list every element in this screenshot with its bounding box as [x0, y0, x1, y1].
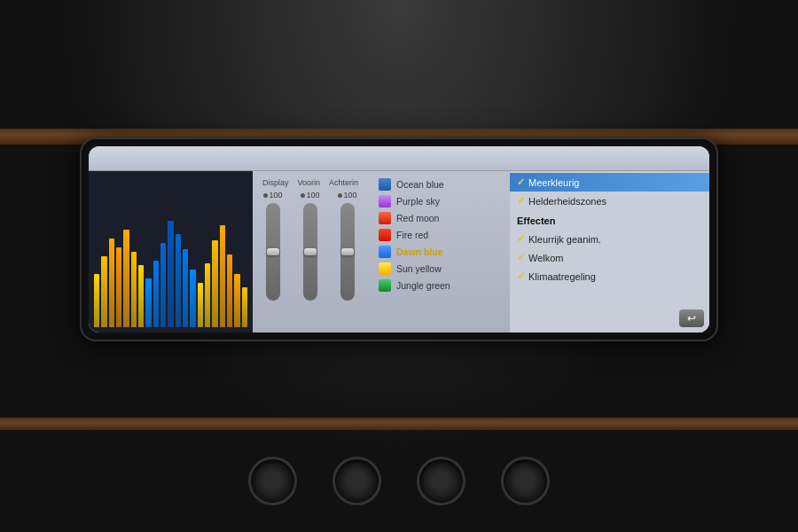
color-option-purple-sky[interactable]: Purple sky — [375, 193, 503, 209]
inst-item-helderheidszones[interactable]: ✓ Helderheidszones — [510, 192, 709, 210]
inst-label-4: Welkom — [528, 253, 564, 263]
slider-value-voorin: 100 — [301, 191, 319, 200]
checkmark-icon: ✓ — [517, 252, 525, 263]
checkmark-icon: ✓ — [517, 270, 525, 282]
inst-item-kleurrijk-geanim.[interactable]: ✓ Kleurrijk geanim. — [510, 230, 709, 248]
main-content: Display Voorin Achterin 100 — [89, 171, 709, 332]
slider-track-achterin[interactable] — [340, 203, 355, 301]
eq-bar-6 — [138, 265, 144, 327]
eq-bar-3 — [116, 247, 121, 327]
color-option-jungle-green[interactable]: Jungle green — [375, 278, 503, 293]
color-option-ocean-blue[interactable]: Ocean blue — [375, 176, 503, 192]
eq-bars — [94, 175, 247, 329]
wood-trim-bottom — [0, 418, 798, 430]
slider-value-achterin: 100 — [338, 191, 356, 200]
eq-bar-11 — [176, 234, 181, 327]
slider-col-achterin: 100 — [338, 191, 356, 301]
slider-thumb-voorin[interactable] — [304, 248, 317, 255]
color-swatch-5 — [379, 262, 391, 275]
slider-col-voorin: 100 — [301, 191, 319, 301]
vent-right — [501, 457, 550, 505]
eq-bar-5 — [131, 252, 137, 327]
slider-track-voorin[interactable] — [303, 203, 317, 301]
vent-center-right — [417, 457, 466, 505]
header-row — [89, 146, 709, 171]
eq-bar-8 — [153, 261, 159, 327]
inst-item-effecten[interactable]: Effecten — [510, 210, 709, 230]
screen: Display Voorin Achterin 100 — [89, 146, 709, 332]
inst-label-1: Helderheidszones — [528, 196, 606, 207]
eq-bar-10 — [168, 221, 173, 327]
eq-bar-4 — [123, 230, 129, 327]
inst-label-0: Meerkleurig — [528, 177, 579, 188]
color-name-3: Fire red — [396, 230, 428, 240]
checkmark-icon: ✓ — [517, 195, 525, 207]
slider-labels: Display Voorin Achterin — [258, 178, 363, 187]
color-name-6: Jungle green — [396, 280, 450, 291]
slider-thumb-achterin[interactable] — [341, 248, 354, 255]
color-swatch-0 — [379, 178, 391, 191]
slider-label-display: Display — [262, 178, 289, 187]
inst-label-2: Effecten — [517, 215, 555, 226]
eq-bar-7 — [145, 278, 151, 327]
color-option-fire-red[interactable]: Fire red — [375, 227, 503, 243]
kleur-section: Ocean bluePurple skyRed moonFire redDawn… — [368, 171, 510, 332]
vents-area — [248, 457, 550, 505]
slider-track-display[interactable] — [266, 203, 280, 301]
color-name-4: Dawn blue — [396, 246, 443, 257]
inst-label-3: Kleurrijk geanim. — [528, 234, 601, 245]
eq-bar-1 — [101, 256, 106, 327]
color-swatch-3 — [379, 229, 391, 241]
color-name-2: Red moon — [396, 213, 439, 223]
slider-label-achterin: Achterin — [329, 178, 358, 187]
slider-thumb-display[interactable] — [267, 248, 279, 255]
eq-bar-16 — [212, 240, 217, 327]
color-name-5: Sun yellow — [396, 263, 442, 274]
sliders-section: Display Voorin Achterin 100 — [253, 171, 368, 332]
eq-bar-12 — [183, 249, 188, 327]
vent-left — [248, 457, 297, 505]
eq-bar-18 — [227, 254, 232, 327]
color-option-red-moon[interactable]: Red moon — [375, 210, 503, 226]
instellingen-section: ✓ Meerkleurig✓ HelderheidszonesEffecten✓… — [510, 171, 709, 332]
eq-bar-0 — [94, 274, 99, 327]
inst-label-5: Klimaatregeling — [528, 271, 596, 282]
screen-bezel: Display Voorin Achterin 100 — [80, 137, 718, 341]
equalizer-section — [89, 171, 253, 332]
inst-item-meerkleurig[interactable]: ✓ Meerkleurig — [510, 173, 709, 192]
color-swatch-4 — [379, 246, 391, 258]
color-option-sun-yellow[interactable]: Sun yellow — [375, 261, 503, 277]
checkmark-icon: ✓ — [517, 233, 525, 245]
eq-bar-13 — [190, 270, 195, 327]
color-swatch-2 — [379, 212, 391, 224]
eq-bar-9 — [160, 243, 166, 327]
vent-center-left — [332, 457, 381, 505]
color-swatch-1 — [379, 195, 391, 207]
back-button[interactable]: ↩ — [679, 309, 704, 327]
eq-bar-2 — [109, 239, 114, 327]
color-name-0: Ocean blue — [396, 179, 444, 190]
color-swatch-6 — [379, 279, 391, 292]
eq-bar-15 — [205, 263, 210, 327]
eq-bar-14 — [198, 283, 203, 327]
color-name-1: Purple sky — [396, 196, 440, 207]
eq-bar-17 — [220, 225, 225, 327]
checkmark-icon: ✓ — [517, 176, 525, 188]
car-background: Display Voorin Achterin 100 — [0, 0, 798, 532]
eq-bar-19 — [234, 274, 239, 327]
eq-bar-20 — [242, 287, 247, 327]
slider-col-display: 100 — [263, 191, 282, 301]
inst-item-welkom[interactable]: ✓ Welkom — [510, 248, 709, 267]
slider-label-voorin: Voorin — [297, 178, 320, 187]
inst-item-klimaatregeling[interactable]: ✓ Klimaatregeling — [510, 267, 709, 286]
slider-dot-display — [263, 193, 268, 198]
color-option-dawn-blue[interactable]: Dawn blue — [375, 244, 503, 260]
slider-dot-voorin — [301, 193, 305, 198]
sliders-container: 100 100 — [258, 191, 363, 329]
back-icon: ↩ — [687, 312, 696, 325]
slider-value-display: 100 — [263, 191, 282, 200]
slider-dot-achterin — [338, 193, 342, 198]
